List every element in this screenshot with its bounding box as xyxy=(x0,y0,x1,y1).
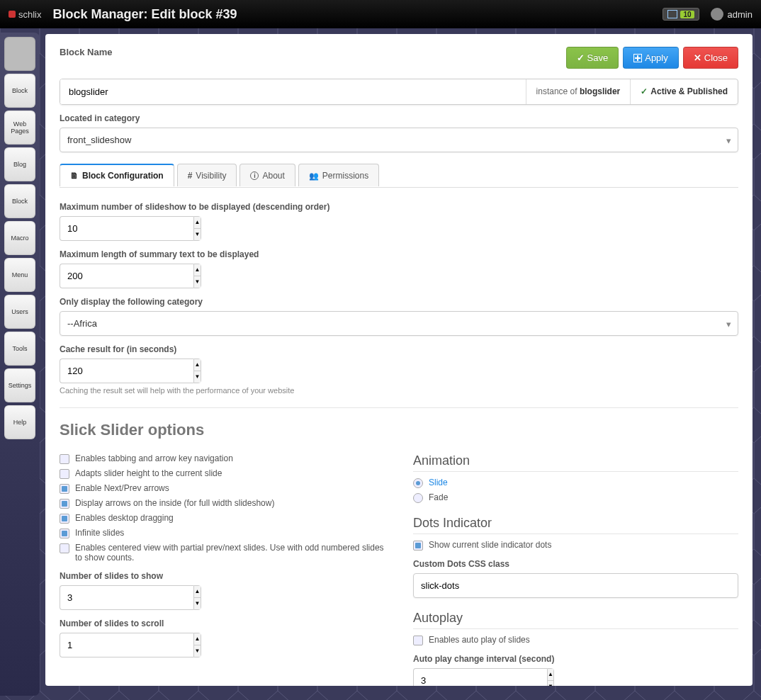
check-icon xyxy=(577,52,585,63)
cache-help: Caching the result set will help with th… xyxy=(60,386,738,395)
chk-infinite[interactable] xyxy=(60,529,69,538)
block-name-row: instance of blogslider Active & Publishe… xyxy=(60,79,738,105)
category-label: Located in category xyxy=(60,113,738,123)
spin-up[interactable]: ▲ xyxy=(194,633,201,645)
max-slides-label: Maximum number of slideshow to be displa… xyxy=(60,202,738,212)
sidebar-item-webpages[interactable]: Web Pages xyxy=(4,111,35,145)
chk-adaptive-label: Adapts slider height to the current slid… xyxy=(75,468,222,478)
notifications[interactable]: 10 xyxy=(663,8,699,21)
chk-center-label: Enables centered view with partial prev/… xyxy=(75,543,385,563)
spin-down[interactable]: ▼ xyxy=(548,681,553,686)
username: admin xyxy=(728,9,752,20)
chk-arrows[interactable] xyxy=(60,484,69,494)
spin-up[interactable]: ▲ xyxy=(194,217,201,229)
page-title: Block Manager: Edit block #39 xyxy=(53,7,237,22)
user-menu[interactable]: admin xyxy=(711,8,752,21)
cache-label: Cache result for (in seconds) xyxy=(60,344,738,354)
num-scroll-spinner: ▲▼ xyxy=(60,633,201,657)
save-button[interactable]: Save xyxy=(566,47,619,69)
tab-about[interactable]: iAbout xyxy=(239,164,295,186)
sidebar-item-settings[interactable]: Settings xyxy=(4,368,35,402)
spin-up[interactable]: ▲ xyxy=(194,264,201,276)
block-status: Active & Published xyxy=(630,79,738,104)
tabs: Block Configuration Visibility iAbout Pe… xyxy=(60,164,738,187)
num-show-label: Number of slides to show xyxy=(60,571,385,581)
max-summary-label: Maximum length of summary text to be dis… xyxy=(60,249,738,259)
chk-autoplay[interactable] xyxy=(413,636,423,645)
dots-class-label: Custom Dots CSS class xyxy=(413,559,738,569)
slick-title: Slick Slider options xyxy=(60,421,738,439)
block-name-label: Block Name xyxy=(60,47,566,57)
brand-logo-icon xyxy=(9,11,16,18)
brand-text: schlix xyxy=(18,9,42,20)
spin-up[interactable]: ▲ xyxy=(548,669,553,681)
max-slides-input[interactable] xyxy=(60,216,193,241)
num-show-spinner: ▲▼ xyxy=(60,585,201,610)
sidebar-item-menu[interactable]: Menu xyxy=(4,258,35,292)
dots-title: Dots Indicator xyxy=(413,516,738,534)
spin-down[interactable]: ▼ xyxy=(194,276,201,288)
tab-block-configuration[interactable]: Block Configuration xyxy=(60,164,174,186)
spin-down[interactable]: ▼ xyxy=(194,645,201,657)
monitor-icon xyxy=(667,10,677,18)
max-summary-spinner: ▲▼ xyxy=(60,264,201,288)
chk-inside-label: Display arrows on the inside (for full w… xyxy=(75,498,274,508)
chk-tabbing-label: Enables tabbing and arrow key navigation xyxy=(75,453,233,463)
instance-of: instance of blogslider xyxy=(526,79,631,104)
apply-button[interactable]: Apply xyxy=(623,47,679,69)
spin-up[interactable]: ▲ xyxy=(194,586,201,598)
only-cat-select[interactable]: --Africa xyxy=(60,311,738,336)
brand[interactable]: schlix xyxy=(9,9,42,20)
sidebar-item-blog[interactable]: Blog xyxy=(4,147,35,181)
chk-adaptive[interactable] xyxy=(60,469,69,479)
sidebar-item-macro[interactable]: Macro xyxy=(4,221,35,255)
only-cat-label: Only display the following category xyxy=(60,297,738,307)
max-slides-spinner: ▲▼ xyxy=(60,216,201,241)
spin-down[interactable]: ▼ xyxy=(194,598,201,609)
sidebar-item-tools[interactable]: Tools xyxy=(4,332,35,366)
num-scroll-input[interactable] xyxy=(60,633,193,657)
plus-square-icon xyxy=(633,54,642,62)
spin-down[interactable]: ▼ xyxy=(194,229,201,240)
chk-drag[interactable] xyxy=(60,514,69,524)
tab-permissions[interactable]: Permissions xyxy=(298,164,379,186)
close-icon xyxy=(694,52,701,63)
top-bar: schlix Block Manager: Edit block #39 10 … xyxy=(0,0,761,28)
max-summary-input[interactable] xyxy=(60,264,193,288)
block-name-input[interactable] xyxy=(60,79,526,104)
num-scroll-label: Number of slides to scroll xyxy=(60,619,385,628)
document-icon xyxy=(70,171,79,181)
chk-show-dots[interactable] xyxy=(413,541,423,551)
autoplay-interval-label: Auto play change interval (second) xyxy=(413,654,738,664)
sidebar: Block Web Pages Blog Block Macro Menu Us… xyxy=(0,33,40,696)
spin-down[interactable]: ▼ xyxy=(194,371,201,383)
notif-count: 10 xyxy=(680,11,694,18)
spin-up[interactable]: ▲ xyxy=(194,359,201,371)
sidebar-item-users[interactable]: Users xyxy=(4,295,35,329)
dots-class-input[interactable] xyxy=(413,573,738,598)
radio-fade[interactable] xyxy=(413,493,423,503)
chk-inside[interactable] xyxy=(60,499,69,509)
radio-slide[interactable] xyxy=(413,478,423,488)
main-panel: Block Name Save Apply Close instance of … xyxy=(45,34,752,686)
sidebar-item-block2[interactable]: Block xyxy=(4,184,35,218)
close-button[interactable]: Close xyxy=(683,47,738,69)
chk-drag-label: Enables desktop dragging xyxy=(75,513,174,523)
sidebar-item-block[interactable]: Block xyxy=(4,74,35,108)
chk-tabbing[interactable] xyxy=(60,454,69,464)
chk-center[interactable] xyxy=(60,543,69,553)
cache-input[interactable] xyxy=(60,359,193,383)
tab-visibility[interactable]: Visibility xyxy=(177,164,237,186)
num-show-input[interactable] xyxy=(60,585,193,610)
radio-fade-label: Fade xyxy=(429,492,448,502)
sidebar-item-apps[interactable] xyxy=(4,37,35,71)
chk-arrows-label: Enable Next/Prev arrows xyxy=(75,483,169,493)
animation-title: Animation xyxy=(413,453,738,472)
autoplay-interval-input[interactable] xyxy=(413,668,547,686)
sidebar-item-help[interactable]: Help xyxy=(4,405,35,439)
autoplay-title: Autoplay xyxy=(413,611,738,629)
category-select[interactable]: front_slideshow xyxy=(60,128,738,152)
check-icon xyxy=(641,86,648,96)
hash-icon xyxy=(188,171,193,181)
cache-spinner: ▲▼ xyxy=(60,359,201,383)
